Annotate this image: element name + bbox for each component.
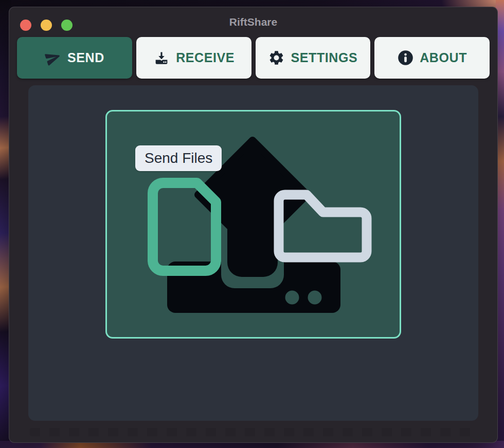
tab-send[interactable]: SEND bbox=[17, 37, 132, 79]
tab-receive[interactable]: RECEIVE bbox=[136, 37, 251, 79]
app-window: RiftShare SEND bbox=[9, 7, 498, 443]
download-icon bbox=[153, 49, 170, 67]
tab-send-label: SEND bbox=[67, 50, 104, 65]
send-view-panel: Send Files bbox=[28, 85, 478, 421]
send-files-button[interactable]: Send Files bbox=[135, 145, 222, 171]
window-bottom-strip bbox=[9, 421, 497, 443]
tab-bar: SEND RECEIVE bbox=[9, 37, 497, 79]
file-outline-icon bbox=[153, 183, 216, 271]
tab-about-label: ABOUT bbox=[420, 50, 467, 65]
tab-settings-label: SETTINGS bbox=[291, 50, 357, 65]
window-title: RiftShare bbox=[9, 7, 497, 37]
gear-icon bbox=[268, 49, 285, 66]
info-icon bbox=[397, 49, 414, 66]
desktop-wallpaper: RiftShare SEND bbox=[0, 0, 504, 448]
send-files-dropzone[interactable]: Send Files bbox=[105, 110, 401, 339]
tab-receive-label: RECEIVE bbox=[176, 50, 235, 65]
tab-about[interactable]: ABOUT bbox=[374, 37, 490, 79]
titlebar: RiftShare bbox=[9, 7, 497, 37]
tab-settings[interactable]: SETTINGS bbox=[256, 37, 371, 79]
paper-plane-icon bbox=[45, 49, 62, 66]
